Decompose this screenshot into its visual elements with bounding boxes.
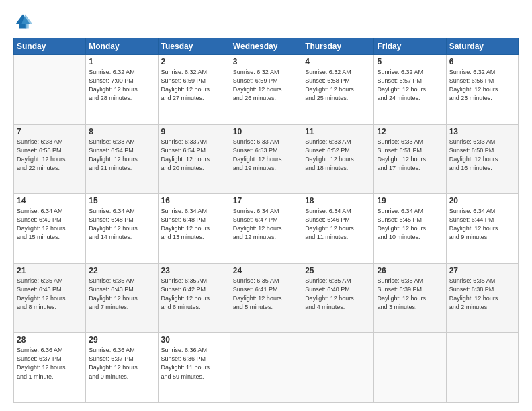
weekday-header-thursday: Thursday bbox=[302, 38, 374, 55]
calendar-cell: 15Sunrise: 6:34 AM Sunset: 6:48 PM Dayli… bbox=[86, 194, 158, 264]
calendar-cell: 16Sunrise: 6:34 AM Sunset: 6:48 PM Dayli… bbox=[158, 194, 230, 264]
calendar-cell: 24Sunrise: 6:35 AM Sunset: 6:41 PM Dayli… bbox=[230, 263, 302, 333]
day-number: 23 bbox=[161, 266, 227, 275]
calendar-cell: 9Sunrise: 6:33 AM Sunset: 6:54 PM Daylig… bbox=[158, 124, 230, 194]
day-info: Sunrise: 6:34 AM Sunset: 6:45 PM Dayligh… bbox=[377, 207, 443, 242]
calendar-cell: 1Sunrise: 6:32 AM Sunset: 7:00 PM Daylig… bbox=[86, 55, 158, 125]
logo-icon bbox=[13, 12, 32, 31]
weekday-header-monday: Monday bbox=[86, 38, 158, 55]
calendar-cell: 30Sunrise: 6:36 AM Sunset: 6:36 PM Dayli… bbox=[158, 333, 230, 403]
day-number: 16 bbox=[161, 196, 227, 205]
calendar-cell bbox=[446, 333, 518, 403]
day-info: Sunrise: 6:35 AM Sunset: 6:41 PM Dayligh… bbox=[233, 277, 299, 312]
calendar-cell: 29Sunrise: 6:36 AM Sunset: 6:37 PM Dayli… bbox=[86, 333, 158, 403]
calendar-cell: 23Sunrise: 6:35 AM Sunset: 6:42 PM Dayli… bbox=[158, 263, 230, 333]
calendar-cell: 22Sunrise: 6:35 AM Sunset: 6:43 PM Dayli… bbox=[86, 263, 158, 333]
calendar-week-row: 7Sunrise: 6:33 AM Sunset: 6:55 PM Daylig… bbox=[14, 124, 519, 194]
weekday-header-row: SundayMondayTuesdayWednesdayThursdayFrid… bbox=[14, 38, 519, 55]
day-number: 7 bbox=[17, 127, 83, 136]
calendar-week-row: 14Sunrise: 6:34 AM Sunset: 6:49 PM Dayli… bbox=[14, 194, 519, 264]
day-number: 27 bbox=[449, 266, 515, 275]
day-info: Sunrise: 6:34 AM Sunset: 6:49 PM Dayligh… bbox=[17, 207, 83, 242]
calendar-cell: 4Sunrise: 6:32 AM Sunset: 6:58 PM Daylig… bbox=[302, 55, 374, 125]
day-info: Sunrise: 6:33 AM Sunset: 6:50 PM Dayligh… bbox=[449, 138, 515, 173]
day-info: Sunrise: 6:32 AM Sunset: 6:59 PM Dayligh… bbox=[161, 68, 227, 103]
day-number: 29 bbox=[89, 335, 154, 345]
day-number: 21 bbox=[17, 266, 83, 275]
day-info: Sunrise: 6:35 AM Sunset: 6:40 PM Dayligh… bbox=[305, 277, 371, 312]
day-info: Sunrise: 6:32 AM Sunset: 6:58 PM Dayligh… bbox=[305, 68, 371, 103]
day-number: 1 bbox=[89, 57, 154, 66]
calendar-cell: 2Sunrise: 6:32 AM Sunset: 6:59 PM Daylig… bbox=[158, 55, 230, 125]
day-number: 11 bbox=[305, 127, 371, 136]
day-info: Sunrise: 6:34 AM Sunset: 6:44 PM Dayligh… bbox=[449, 207, 515, 242]
day-info: Sunrise: 6:33 AM Sunset: 6:51 PM Dayligh… bbox=[377, 138, 443, 173]
day-info: Sunrise: 6:32 AM Sunset: 6:59 PM Dayligh… bbox=[233, 68, 299, 103]
day-number: 18 bbox=[305, 196, 371, 205]
day-number: 15 bbox=[89, 196, 154, 205]
calendar-cell: 25Sunrise: 6:35 AM Sunset: 6:40 PM Dayli… bbox=[302, 263, 374, 333]
weekday-header-saturday: Saturday bbox=[446, 38, 518, 55]
day-info: Sunrise: 6:36 AM Sunset: 6:37 PM Dayligh… bbox=[17, 346, 83, 381]
day-info: Sunrise: 6:34 AM Sunset: 6:46 PM Dayligh… bbox=[305, 207, 371, 242]
day-info: Sunrise: 6:35 AM Sunset: 6:43 PM Dayligh… bbox=[17, 277, 83, 312]
day-info: Sunrise: 6:32 AM Sunset: 6:56 PM Dayligh… bbox=[449, 68, 515, 103]
day-number: 6 bbox=[449, 57, 515, 66]
day-info: Sunrise: 6:34 AM Sunset: 6:48 PM Dayligh… bbox=[161, 207, 227, 242]
day-number: 8 bbox=[89, 127, 154, 136]
day-info: Sunrise: 6:35 AM Sunset: 6:38 PM Dayligh… bbox=[449, 277, 515, 312]
calendar-cell: 18Sunrise: 6:34 AM Sunset: 6:46 PM Dayli… bbox=[302, 194, 374, 264]
calendar-cell: 5Sunrise: 6:32 AM Sunset: 6:57 PM Daylig… bbox=[374, 55, 446, 125]
day-number: 24 bbox=[233, 266, 299, 275]
day-number: 4 bbox=[305, 57, 371, 66]
weekday-header-tuesday: Tuesday bbox=[158, 38, 230, 55]
day-info: Sunrise: 6:33 AM Sunset: 6:53 PM Dayligh… bbox=[233, 138, 299, 173]
weekday-header-sunday: Sunday bbox=[14, 38, 86, 55]
calendar-cell: 20Sunrise: 6:34 AM Sunset: 6:44 PM Dayli… bbox=[446, 194, 518, 264]
header bbox=[13, 12, 519, 31]
calendar-week-row: 1Sunrise: 6:32 AM Sunset: 7:00 PM Daylig… bbox=[14, 55, 519, 125]
calendar-cell: 27Sunrise: 6:35 AM Sunset: 6:38 PM Dayli… bbox=[446, 263, 518, 333]
day-number: 26 bbox=[377, 266, 443, 275]
calendar-table: SundayMondayTuesdayWednesdayThursdayFrid… bbox=[13, 38, 519, 403]
day-number: 20 bbox=[449, 196, 515, 205]
calendar-cell: 12Sunrise: 6:33 AM Sunset: 6:51 PM Dayli… bbox=[374, 124, 446, 194]
day-info: Sunrise: 6:35 AM Sunset: 6:43 PM Dayligh… bbox=[89, 277, 154, 312]
day-info: Sunrise: 6:32 AM Sunset: 6:57 PM Dayligh… bbox=[377, 68, 443, 103]
day-number: 13 bbox=[449, 127, 515, 136]
day-info: Sunrise: 6:33 AM Sunset: 6:54 PM Dayligh… bbox=[89, 138, 154, 173]
calendar-cell: 26Sunrise: 6:35 AM Sunset: 6:39 PM Dayli… bbox=[374, 263, 446, 333]
calendar-cell: 21Sunrise: 6:35 AM Sunset: 6:43 PM Dayli… bbox=[14, 263, 86, 333]
day-number: 28 bbox=[17, 335, 83, 345]
weekday-header-wednesday: Wednesday bbox=[230, 38, 302, 55]
calendar-cell: 10Sunrise: 6:33 AM Sunset: 6:53 PM Dayli… bbox=[230, 124, 302, 194]
day-info: Sunrise: 6:35 AM Sunset: 6:39 PM Dayligh… bbox=[377, 277, 443, 312]
calendar-cell: 19Sunrise: 6:34 AM Sunset: 6:45 PM Dayli… bbox=[374, 194, 446, 264]
calendar-cell: 13Sunrise: 6:33 AM Sunset: 6:50 PM Dayli… bbox=[446, 124, 518, 194]
day-number: 14 bbox=[17, 196, 83, 205]
day-number: 10 bbox=[233, 127, 299, 136]
calendar-cell bbox=[302, 333, 374, 403]
day-info: Sunrise: 6:34 AM Sunset: 6:48 PM Dayligh… bbox=[89, 207, 154, 242]
calendar-cell: 17Sunrise: 6:34 AM Sunset: 6:47 PM Dayli… bbox=[230, 194, 302, 264]
calendar-cell bbox=[374, 333, 446, 403]
day-info: Sunrise: 6:33 AM Sunset: 6:55 PM Dayligh… bbox=[17, 138, 83, 173]
calendar-cell: 6Sunrise: 6:32 AM Sunset: 6:56 PM Daylig… bbox=[446, 55, 518, 125]
logo bbox=[13, 12, 35, 31]
weekday-header-friday: Friday bbox=[374, 38, 446, 55]
day-info: Sunrise: 6:33 AM Sunset: 6:54 PM Dayligh… bbox=[161, 138, 227, 173]
day-number: 12 bbox=[377, 127, 443, 136]
day-info: Sunrise: 6:34 AM Sunset: 6:47 PM Dayligh… bbox=[233, 207, 299, 242]
calendar-cell bbox=[14, 55, 86, 125]
calendar-cell: 28Sunrise: 6:36 AM Sunset: 6:37 PM Dayli… bbox=[14, 333, 86, 403]
day-info: Sunrise: 6:36 AM Sunset: 6:36 PM Dayligh… bbox=[161, 346, 227, 381]
day-number: 17 bbox=[233, 196, 299, 205]
day-number: 9 bbox=[161, 127, 227, 136]
day-number: 19 bbox=[377, 196, 443, 205]
day-number: 22 bbox=[89, 266, 154, 275]
calendar-cell: 3Sunrise: 6:32 AM Sunset: 6:59 PM Daylig… bbox=[230, 55, 302, 125]
day-info: Sunrise: 6:32 AM Sunset: 7:00 PM Dayligh… bbox=[89, 68, 154, 103]
day-number: 2 bbox=[161, 57, 227, 66]
calendar-cell: 7Sunrise: 6:33 AM Sunset: 6:55 PM Daylig… bbox=[14, 124, 86, 194]
day-info: Sunrise: 6:35 AM Sunset: 6:42 PM Dayligh… bbox=[161, 277, 227, 312]
